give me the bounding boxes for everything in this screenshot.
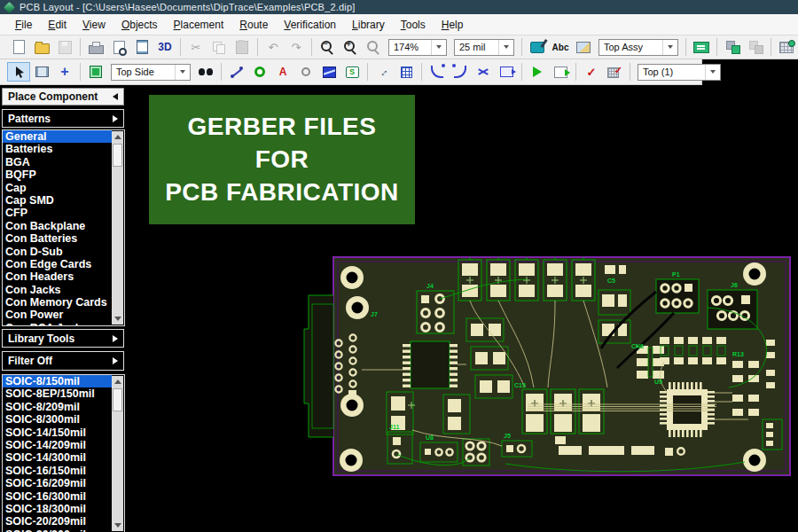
footprint-item[interactable]: SOIC-8/209mil xyxy=(3,401,112,413)
scroll-up-icon[interactable] xyxy=(112,131,123,143)
pattern-item[interactable]: CFP xyxy=(3,207,112,219)
scrollbar-thumb[interactable] xyxy=(113,144,122,167)
place-component-button[interactable] xyxy=(84,62,107,82)
chevron-down-icon[interactable] xyxy=(175,65,190,80)
footprint-item[interactable]: SOIC-14/150mil xyxy=(3,426,112,439)
paste-button[interactable] xyxy=(231,37,254,57)
component-mode-button[interactable] xyxy=(30,62,53,82)
text-tool-button[interactable]: A xyxy=(271,62,294,82)
pattern-item[interactable]: Con Memory Cards xyxy=(3,296,112,309)
edit-layers-button[interactable] xyxy=(526,37,549,57)
board-side-select[interactable]: Top Side xyxy=(111,64,191,81)
place-via-button[interactable] xyxy=(248,62,271,82)
design-canvas[interactable]: GERBER FILES FOR PCB FABRICATION xyxy=(127,85,798,532)
collapse-left-icon[interactable] xyxy=(113,93,118,100)
copper-pour-button[interactable] xyxy=(317,62,340,82)
footprint-item[interactable]: SOIC-18/300mil xyxy=(3,503,112,515)
menu-objects[interactable]: Objects xyxy=(113,16,166,34)
footprint-item[interactable]: SOIC-14/300mil xyxy=(3,451,112,464)
chevron-down-icon[interactable] xyxy=(431,40,446,55)
scroll-up-icon[interactable] xyxy=(112,376,123,387)
pattern-item[interactable]: Con Headers xyxy=(3,270,112,283)
expand-right-icon[interactable] xyxy=(113,115,118,122)
print-button[interactable] xyxy=(84,37,107,57)
board-properties-button[interactable] xyxy=(775,37,798,57)
swap-nets-button[interactable] xyxy=(472,62,495,82)
measure-button[interactable]: ↔ xyxy=(372,62,395,82)
layers-report-button[interactable] xyxy=(690,37,713,57)
copy-button[interactable] xyxy=(207,37,231,57)
menu-library[interactable]: Library xyxy=(344,16,393,34)
layer-select[interactable]: Top (1) xyxy=(638,64,721,81)
update-from-schematic-button[interactable] xyxy=(721,37,744,57)
select-tool-button[interactable] xyxy=(7,62,30,82)
pattern-item[interactable]: Cap SMD xyxy=(3,194,112,207)
pattern-item[interactable]: Con Backplane xyxy=(3,220,112,232)
menu-verification[interactable]: Verification xyxy=(276,16,344,34)
menu-placement[interactable]: Placement xyxy=(166,16,232,34)
drc-button[interactable]: ✓ xyxy=(603,62,626,82)
zoom-in-button[interactable] xyxy=(339,37,362,57)
pattern-item[interactable]: Con RCA Jack xyxy=(3,322,112,326)
print-preview-button[interactable] xyxy=(107,37,130,57)
grid-size-select[interactable]: 25 mil xyxy=(454,39,514,56)
run-autorouter-button[interactable] xyxy=(526,62,549,82)
zoom-out-button[interactable] xyxy=(316,37,339,57)
scroll-down-icon[interactable] xyxy=(112,520,123,531)
find-component-button[interactable] xyxy=(194,62,217,82)
pattern-item[interactable]: Con Batteries xyxy=(3,232,112,245)
pattern-item[interactable]: General xyxy=(3,130,112,143)
cut-button[interactable]: ✂ xyxy=(184,37,207,57)
menu-tools[interactable]: Tools xyxy=(393,16,434,34)
scrollbar-thumb[interactable] xyxy=(113,388,122,411)
place-picture-button[interactable] xyxy=(572,37,595,57)
menu-help[interactable]: Help xyxy=(434,16,472,34)
pattern-item[interactable]: BQFP xyxy=(3,168,112,181)
open-button[interactable] xyxy=(30,37,53,57)
app-icon[interactable] xyxy=(4,2,15,13)
unroute-button[interactable] xyxy=(449,62,472,82)
footprint-item[interactable]: SOIC-20/300mil xyxy=(3,528,112,532)
redo-button[interactable]: ↷ xyxy=(285,37,308,57)
grid-toggle-button[interactable] xyxy=(395,62,418,82)
menu-route[interactable]: Route xyxy=(231,16,276,34)
expand-right-icon[interactable] xyxy=(113,335,118,342)
footprint-item[interactable]: SOIC-8/300mil xyxy=(3,413,112,426)
pattern-item[interactable]: Cap xyxy=(3,182,112,194)
chevron-down-icon[interactable] xyxy=(705,65,720,80)
verification-button[interactable]: ✓ xyxy=(580,62,603,82)
pattern-item[interactable]: Con Edge Cards xyxy=(3,258,112,270)
pattern-list-scrollbar[interactable] xyxy=(112,131,123,325)
footprint-item[interactable]: SOIC-8/150mil xyxy=(3,375,112,387)
route-bus-button[interactable] xyxy=(495,62,518,82)
place-text-button[interactable]: Abc xyxy=(549,37,572,57)
route-trace-button[interactable] xyxy=(426,62,449,82)
footprint-list-scrollbar[interactable] xyxy=(112,376,123,531)
footprint-item[interactable]: SOIC-14/209mil xyxy=(3,439,112,451)
menu-file[interactable]: File xyxy=(7,16,40,34)
pattern-item[interactable]: Con D-Sub xyxy=(3,246,112,258)
footprint-item[interactable]: SOIC-16/150mil xyxy=(3,465,112,477)
origin-crosshair-button[interactable]: + xyxy=(53,62,76,82)
footprint-item[interactable]: SOIC-20/209mil xyxy=(3,515,112,528)
footprint-item[interactable]: SOIC-16/300mil xyxy=(3,490,112,503)
ratsnest-button[interactable] xyxy=(294,62,317,82)
board-view-select[interactable]: Top Assy xyxy=(598,39,678,56)
compare-to-schematic-button[interactable] xyxy=(744,37,767,57)
pattern-item[interactable]: Batteries xyxy=(3,143,112,155)
undo-button[interactable]: ↶ xyxy=(262,37,285,57)
pattern-item[interactable]: Con Power xyxy=(3,309,112,321)
chevron-down-icon[interactable] xyxy=(498,40,513,55)
patterns-section-header[interactable]: Patterns xyxy=(2,109,124,128)
chevron-down-icon[interactable] xyxy=(662,40,677,55)
filter-header[interactable]: Filter Off xyxy=(2,351,124,371)
menu-edit[interactable]: Edit xyxy=(40,16,74,34)
footprint-item[interactable]: SOIC-8EP/150mil xyxy=(3,387,112,400)
view-3d-button[interactable]: 3D xyxy=(153,37,176,57)
shape-tool-button[interactable]: S xyxy=(340,62,364,82)
pattern-item[interactable]: Con Jacks xyxy=(3,284,112,296)
place-trace-button[interactable] xyxy=(225,62,248,82)
footprint-item[interactable]: SOIC-16/209mil xyxy=(3,477,112,489)
save-button[interactable] xyxy=(53,37,76,57)
export-button[interactable] xyxy=(549,62,572,82)
